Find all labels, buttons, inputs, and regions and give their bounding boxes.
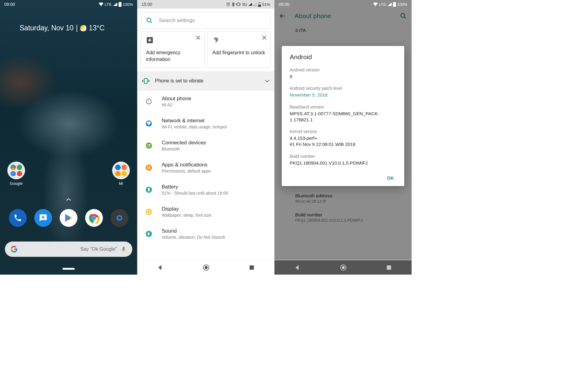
settings-item[interactable]: Display Wallpaper, sleep, font size [137,201,274,223]
app-drawer-arrow[interactable] [66,198,71,201]
list-item: Bluetooth address48:2c:a0:28:12:5f [281,189,405,208]
mic-icon[interactable] [121,246,127,252]
navigation-bar [137,260,274,275]
item-subtitle: Wallpaper, sleep, font size [162,213,212,218]
svg-rect-11 [258,5,261,7]
svg-rect-20 [149,144,151,146]
search-icon [146,17,153,24]
navigation-bar [274,260,412,275]
status-time: 15:00 [141,2,152,7]
weather-temp: 13°C [89,24,104,32]
svg-point-13 [147,18,151,22]
settings-screen: 15:00 3G 51% Search settings Add emergen… [137,0,274,275]
network-label: 3G [242,2,247,7]
svg-point-22 [147,166,148,167]
weather-widget[interactable]: Saturday, Nov 10 | 13°C [0,9,137,32]
search-placeholder: Search settings [159,17,195,24]
signal-icon [248,2,252,6]
dialog-title: Android [290,53,396,61]
svg-rect-12 [259,2,260,3]
svg-point-27 [149,167,150,168]
nav-recent-icon[interactable] [386,265,392,270]
dialog-label: Android version [290,67,396,72]
item-subtitle: Bluetooth [162,147,206,151]
settings-item[interactable]: About phone Mi A2 [137,90,274,112]
item-title: Display [162,206,212,212]
settings-item[interactable]: Network & internet Wi-Fi, mobile, data u… [137,112,274,135]
item-icon [143,139,155,152]
back-arrow-icon[interactable] [279,13,286,19]
card-emergency[interactable]: Add emergency information [141,31,205,68]
dialog-label: Build number [290,154,396,159]
folder-mi[interactable]: Mi [112,162,130,186]
item-title: Network & internet [162,118,227,124]
folder-row: Google Mi [0,162,137,186]
status-right: LTE 100% [373,2,407,7]
signal-icon [113,2,117,6]
google-search-bar[interactable]: Say "Ok Google" [5,242,132,257]
svg-point-44 [342,266,345,269]
card-fingerprint[interactable]: Add fingerprint to unlock [207,31,271,68]
svg-point-29 [149,168,149,169]
card-title: Add fingerprint to unlock [212,49,266,56]
item-subtitle: Mi A2 [162,102,191,107]
settings-item[interactable]: Connected devices Bluetooth [137,135,274,157]
folder-icon [112,162,130,179]
search-icon[interactable] [400,13,407,19]
about-header: About phone [274,9,412,23]
svg-rect-39 [250,265,254,270]
status-bar: 09:00 LTE 100% [274,0,412,9]
svg-point-28 [147,168,148,169]
vibrate-icon [236,2,241,6]
svg-point-18 [146,143,152,149]
item-icon [143,95,155,108]
banner-text: Phone is set to vibrate [155,78,259,84]
dialog-value: 4.4.153-perf+ #1 Fri Nov 9 22:08:01 WIB … [290,135,396,148]
item-title: Battery [162,184,228,190]
alarm-icon [226,2,230,6]
svg-rect-0 [119,2,122,7]
wifi-icon [99,2,104,6]
vibrate-icon [142,77,149,85]
settings-item[interactable]: Sound Volume, vibration, Do Not Disturb [137,223,274,245]
chevron-down-icon[interactable] [265,79,270,82]
search-settings[interactable]: Search settings [141,12,271,29]
svg-point-30 [149,168,150,169]
close-icon[interactable] [262,35,267,40]
vibrate-banner[interactable]: Phone is set to vibrate [137,71,274,90]
dialog-value: PKQ1.180904.001.V10.0.1.0.PDIMIFJ [290,160,396,166]
nav-back-icon[interactable] [157,265,163,271]
bluetooth-icon [232,2,235,6]
status-bar: 09:00 LTE 100% [0,0,137,9]
settings-item[interactable]: Battery 51% - Should last until about 16… [137,179,274,201]
messages-app[interactable] [34,209,52,227]
status-time: 09:00 [279,2,289,7]
dock [0,209,137,227]
settings-item[interactable]: Apps & notifications Permissions, defaul… [137,157,274,179]
dialog-item: Build number PKQ1.180904.001.V10.0.1.0.P… [290,154,396,166]
ok-button[interactable]: OK [290,172,396,182]
play-store-app[interactable] [60,209,77,227]
phone-app[interactable] [9,209,27,227]
svg-rect-41 [394,2,395,2]
battery-icon [119,2,122,7]
signal-icon [387,2,392,6]
fingerprint-icon [212,36,220,44]
home-indicator[interactable] [62,268,75,270]
status-bar: 15:00 3G 51% [137,0,274,9]
svg-rect-40 [393,2,396,7]
nav-recent-icon[interactable] [249,265,254,270]
camera-app[interactable] [111,209,128,227]
status-right: 3G 51% [226,2,270,7]
nav-home-icon[interactable] [203,264,209,271]
item-title: Sound [162,228,225,234]
folder-google[interactable]: Google [7,162,25,186]
home-screen: 09:00 LTE 100% Saturday, Nov 10 | 13°C G… [0,0,137,275]
item-icon [143,184,155,196]
svg-point-42 [401,13,405,17]
nav-home-icon[interactable] [340,264,347,271]
chrome-app[interactable] [85,209,103,227]
close-icon[interactable] [196,35,201,40]
svg-rect-15 [144,78,147,83]
nav-back-icon[interactable] [294,265,300,271]
